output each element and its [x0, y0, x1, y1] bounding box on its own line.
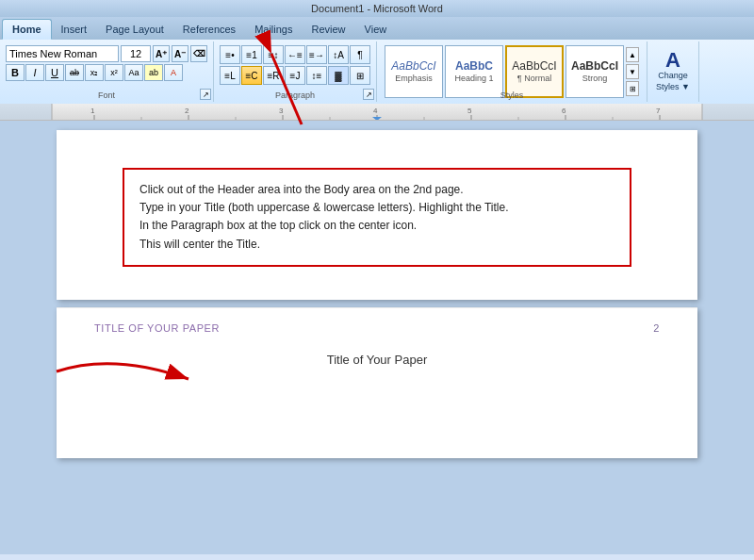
multilevel-button[interactable]: ≡↕ — [263, 45, 284, 64]
font-group-expand[interactable]: ↗ — [200, 89, 211, 100]
normal-label: ¶ Normal — [517, 74, 551, 83]
sort-button[interactable]: ↕A — [328, 45, 349, 64]
paragraph-group: ≡• ≡1 ≡↕ ←≡ ≡→ ↕A ¶ ≡L ≡C ≡R ≡J ↕≡ ▓ ⊞ — [214, 41, 377, 102]
show-hide-button[interactable]: ¶ — [350, 45, 370, 64]
page-number: 2 — [653, 322, 660, 334]
italic-button[interactable]: I — [25, 64, 44, 81]
styles-scroll: ▲ ▼ ⊞ — [626, 47, 639, 96]
tab-references[interactable]: References — [173, 19, 245, 40]
instruction-line-2: Type in your Title (both uppercase & low… — [139, 199, 615, 217]
svg-text:3: 3 — [279, 107, 284, 115]
subscript-button[interactable]: x₂ — [85, 64, 104, 81]
increase-indent[interactable]: ≡→ — [306, 45, 327, 64]
para-row-1: ≡• ≡1 ≡↕ ←≡ ≡→ ↕A ¶ — [220, 45, 370, 64]
body-content: Title of Your Paper — [94, 353, 660, 367]
tab-review[interactable]: Review — [302, 19, 354, 40]
document-area: Click out of the Header area into the Bo… — [0, 121, 754, 554]
heading1-preview: AaBbC — [455, 60, 493, 72]
paragraph-group-expand[interactable]: ↗ — [363, 89, 374, 100]
font-group: Times New Roman 12 A⁺ A⁻ ⌫ B I U ab x₂ x… — [0, 41, 214, 102]
font-format-row: B I U ab x₂ x² Aa ab A — [6, 64, 207, 81]
styles-group: AaBbCcI Emphasis AaBbC Heading 1 AaBbCcI… — [377, 41, 647, 102]
page-2: TITLE OF YOUR PAPER 2 Title of Your Pape… — [57, 307, 697, 458]
svg-text:4: 4 — [373, 107, 378, 115]
ribbon-tabs: Home Insert Page Layout References Maili… — [0, 17, 754, 40]
font-size-input[interactable]: 12 — [121, 45, 151, 62]
font-color-button[interactable]: A — [164, 64, 183, 81]
para-controls: ≡• ≡1 ≡↕ ←≡ ≡→ ↕A ¶ ≡L ≡C ≡R ≡J ↕≡ ▓ ⊞ — [218, 43, 372, 87]
align-center-button[interactable]: ≡C — [241, 66, 262, 85]
underline-button[interactable]: U — [45, 64, 64, 81]
instruction-line-4: This will center the Title. — [139, 236, 615, 254]
font-name-input[interactable]: Times New Roman — [6, 45, 119, 62]
font-name-row: Times New Roman 12 A⁺ A⁻ ⌫ — [6, 45, 207, 62]
align-left-button[interactable]: ≡L — [220, 66, 240, 85]
paper-title[interactable]: Title of Your Paper — [94, 353, 660, 367]
title-bar: Document1 - Microsoft Word — [0, 0, 754, 17]
change-styles-icon: A — [665, 50, 680, 71]
font-selector: Times New Roman 12 A⁺ A⁻ ⌫ B I U ab x₂ x… — [4, 43, 209, 83]
tab-insert[interactable]: Insert — [52, 19, 97, 40]
change-styles-label: ChangeStyles ▼ — [656, 71, 690, 92]
page-top: Click out of the Header area into the Bo… — [57, 130, 697, 300]
instruction-line-1: Click out of the Header area into the Bo… — [139, 181, 615, 199]
styles-group-label: Styles — [377, 91, 647, 100]
instruction-line-3: In the Paragraph box at the top click on… — [139, 217, 615, 235]
tab-page-layout[interactable]: Page Layout — [96, 19, 173, 40]
svg-text:6: 6 — [562, 107, 566, 115]
para-row-2: ≡L ≡C ≡R ≡J ↕≡ ▓ ⊞ — [220, 66, 370, 85]
ruler: 1 2 3 4 5 6 7 — [0, 104, 754, 121]
clear-formatting[interactable]: ⌫ — [190, 45, 207, 62]
font-size-increase[interactable]: A⁺ — [153, 45, 170, 62]
strong-preview: AaBbCcI — [571, 60, 618, 72]
line-spacing-button[interactable]: ↕≡ — [306, 66, 327, 85]
page-bottom: TITLE OF YOUR PAPER 2 Title of Your Pape… — [57, 307, 697, 458]
heading1-label: Heading 1 — [454, 74, 493, 83]
font-size-decrease[interactable]: A⁻ — [172, 45, 188, 62]
align-right-button[interactable]: ≡R — [263, 66, 284, 85]
svg-text:7: 7 — [656, 107, 661, 115]
header-title: TITLE OF YOUR PAPER — [94, 322, 220, 334]
justify-button[interactable]: ≡J — [285, 66, 305, 85]
svg-rect-1 — [0, 104, 52, 121]
change-styles-button[interactable]: A ChangeStyles ▼ — [651, 48, 695, 94]
arrow-to-title — [38, 343, 226, 400]
text-effects-button[interactable]: Aa — [124, 64, 143, 81]
font-group-label: Font — [0, 91, 213, 100]
shading-button[interactable]: ▓ — [328, 66, 349, 85]
instruction-box: Click out of the Header area into the Bo… — [123, 168, 631, 267]
bullets-button[interactable]: ≡• — [220, 45, 240, 64]
normal-preview: AaBbCcI — [512, 60, 556, 72]
ruler-svg: 1 2 3 4 5 6 7 — [0, 104, 754, 121]
svg-text:2: 2 — [185, 107, 189, 115]
svg-text:5: 5 — [467, 107, 472, 115]
decrease-indent[interactable]: ←≡ — [285, 45, 305, 64]
borders-button[interactable]: ⊞ — [350, 66, 370, 85]
tab-view[interactable]: View — [355, 19, 397, 40]
title-text: Document1 - Microsoft Word — [311, 3, 443, 14]
styles-scroll-up[interactable]: ▲ — [626, 47, 639, 62]
highlight-button[interactable]: ab — [144, 64, 163, 81]
styles-scroll-down[interactable]: ▼ — [626, 64, 639, 79]
tab-home[interactable]: Home — [2, 19, 52, 40]
superscript-button[interactable]: x² — [105, 64, 123, 81]
strong-label: Strong — [582, 74, 608, 83]
paragraph-group-label: Paragraph — [214, 91, 376, 100]
ribbon-content: Times New Roman 12 A⁺ A⁻ ⌫ B I U ab x₂ x… — [0, 40, 754, 104]
emphasis-label: Emphasis — [395, 74, 433, 83]
tab-mailings[interactable]: Mailings — [245, 19, 302, 40]
strikethrough-button[interactable]: ab — [65, 64, 84, 81]
svg-text:1: 1 — [90, 107, 95, 115]
page-header: TITLE OF YOUR PAPER 2 — [94, 322, 660, 334]
emphasis-preview: AaBbCcI — [391, 60, 435, 72]
bold-button[interactable]: B — [6, 64, 25, 81]
page-1: Click out of the Header area into the Bo… — [57, 130, 697, 300]
svg-rect-2 — [702, 104, 754, 121]
numbering-button[interactable]: ≡1 — [241, 45, 262, 64]
change-styles-group: A ChangeStyles ▼ — [647, 41, 699, 102]
